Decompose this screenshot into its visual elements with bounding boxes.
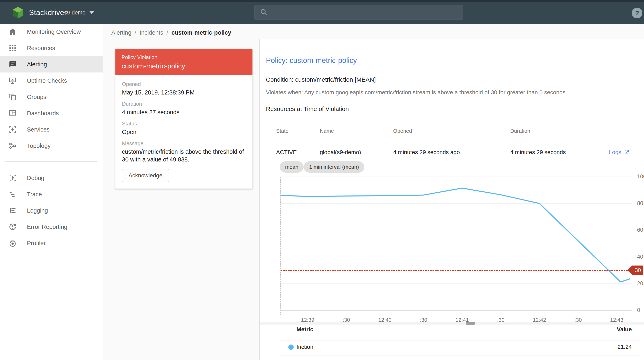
sidebar-item-profiler[interactable]: Profiler xyxy=(0,235,103,251)
search-box xyxy=(254,5,463,19)
policy-panel: Policy: custom-metric-policy Condition: … xyxy=(260,39,644,360)
sidebar-item-alerting[interactable]: Alerting xyxy=(0,56,103,72)
project-switcher[interactable]: s9-demo xyxy=(64,2,94,24)
status-label: Status xyxy=(122,121,246,127)
sidebar-item-label: Uptime Checks xyxy=(27,77,67,84)
incident-policy-name: custom-metric-policy xyxy=(122,62,246,70)
resources-heading: Resources at Time of Violation xyxy=(266,105,349,112)
trace-bars-icon xyxy=(8,190,17,199)
metric-table-divider xyxy=(280,356,640,356)
sidebar-item-resources[interactable]: Resources xyxy=(0,40,103,56)
alert-bubble-icon xyxy=(8,60,17,69)
message-label: Message xyxy=(122,140,246,147)
resource-row-duration: 4 minutes 29 seconds xyxy=(510,149,566,156)
chart-scrollbar-thumb[interactable] xyxy=(466,322,475,325)
breadcrumb-separator: / xyxy=(166,29,168,36)
legend-dot xyxy=(288,345,294,350)
sidebar-item-label: Error Reporting xyxy=(27,224,67,230)
help-button[interactable]: ? xyxy=(632,8,642,18)
sidebar-item-label: Trace xyxy=(27,191,42,198)
sidebar-item-logging[interactable]: Logging xyxy=(0,202,103,219)
logs-link[interactable]: Logs xyxy=(609,149,630,156)
breadcrumb-incidents[interactable]: Incidents xyxy=(140,29,163,36)
apps-grid-icon xyxy=(8,44,17,52)
chip-mean[interactable]: mean xyxy=(280,161,304,173)
uptime-monitor-icon xyxy=(8,76,17,85)
search-icon xyxy=(260,8,268,16)
brand: Stackdriver xyxy=(12,2,67,24)
sidebar-item-label: Dashboards xyxy=(27,110,59,117)
incident-card-header: Policy Violation custom-metric-policy xyxy=(116,49,252,75)
project-name: s9-demo xyxy=(64,9,86,16)
y-axis-label: 0 xyxy=(637,307,644,313)
chip-interval[interactable]: 1 min interval (mean) xyxy=(304,161,364,173)
panel-divider xyxy=(260,72,644,72)
sidebar-item-label: Resources xyxy=(27,45,55,51)
resources-header-name: Name xyxy=(320,128,334,134)
breadcrumb-alerting[interactable]: Alerting xyxy=(111,29,131,36)
sidebar-item-label: Debug xyxy=(27,175,44,181)
sidebar-item-services[interactable]: Services xyxy=(0,121,103,138)
y-axis-label: 60 xyxy=(637,227,644,233)
debug-bolt-icon xyxy=(8,174,17,182)
resources-table-divider xyxy=(268,143,644,143)
error-reporting-icon xyxy=(8,222,17,231)
metric-row-name: friction xyxy=(296,344,313,350)
acknowledge-button[interactable]: Acknowledge xyxy=(122,169,169,182)
content-area: Alerting / Incidents / custom-metric-pol… xyxy=(103,24,644,360)
sidebar-item-trace[interactable]: Trace xyxy=(0,186,103,202)
sidebar-item-debug[interactable]: Debug xyxy=(0,170,103,186)
dashboard-icon xyxy=(8,109,17,118)
metric-line-series xyxy=(280,177,632,310)
services-bolt-icon xyxy=(8,125,17,134)
resource-row-state: ACTIVE xyxy=(276,149,297,156)
threshold-tag-label: 30 xyxy=(632,266,644,275)
search-input[interactable] xyxy=(268,6,463,19)
sidebar-item-uptime-checks[interactable]: Uptime Checks xyxy=(0,72,103,89)
chart-plot[interactable]: 02040608010012:39:3012:40:3012:41:3012:4… xyxy=(280,177,632,310)
opened-label: Opened xyxy=(122,81,246,87)
sidebar-divider xyxy=(5,161,98,162)
policy-title: Policy: custom-metric-policy xyxy=(266,56,357,65)
sidebar-item-label: Logging xyxy=(27,207,48,214)
resources-header-opened: Opened xyxy=(393,128,412,134)
top-strip xyxy=(0,0,644,2)
sidebar: Monitoring Overview Resources Alerting U… xyxy=(0,24,103,360)
external-link-icon xyxy=(624,149,630,155)
logging-list-icon xyxy=(8,206,17,215)
breadcrumb: Alerting / Incidents / custom-metric-pol… xyxy=(111,28,231,37)
incident-card-body: Opened May 15, 2019, 12:38:39 PM Duratio… xyxy=(116,75,252,188)
metric-row-value: 21.24 xyxy=(618,344,632,350)
profiler-stopwatch-icon xyxy=(8,239,17,248)
y-axis-label: 80 xyxy=(637,200,644,206)
sidebar-item-label: Profiler xyxy=(27,240,46,247)
resources-header-duration: Duration xyxy=(510,128,530,134)
sidebar-item-label: Monitoring Overview xyxy=(27,28,81,35)
chevron-down-icon xyxy=(90,11,94,14)
sidebar-item-topology[interactable]: Topology xyxy=(0,138,103,154)
incident-card: Policy Violation custom-metric-policy Op… xyxy=(116,49,252,188)
metric-table-header-metric: Metric xyxy=(296,326,313,333)
resource-row-name: global(s9-demo) xyxy=(320,149,361,156)
stackdriver-logo-icon xyxy=(12,6,24,19)
condition-title: Condition: custom/metric/friction [MEAN] xyxy=(266,76,376,83)
duration-value: 4 minutes 27 seconds xyxy=(122,108,246,116)
sidebar-item-error-reporting[interactable]: Error Reporting xyxy=(0,219,103,235)
message-value: custom/metric/friction is above the thre… xyxy=(122,148,246,163)
stackdriver-app: Stackdriver s9-demo ? Monitoring Overvie… xyxy=(0,0,644,360)
sidebar-item-label: Topology xyxy=(27,143,50,149)
metric-table-divider xyxy=(280,340,640,341)
status-value: Open xyxy=(122,128,246,136)
chart-scrollbar-track[interactable] xyxy=(260,322,644,325)
duration-label: Duration xyxy=(122,101,246,107)
sidebar-item-groups[interactable]: Groups xyxy=(0,89,103,105)
sidebar-item-monitoring-overview[interactable]: Monitoring Overview xyxy=(0,24,103,40)
metric-table-header-value: Value xyxy=(617,326,632,333)
home-icon xyxy=(8,27,17,36)
sidebar-item-dashboards[interactable]: Dashboards xyxy=(0,105,103,121)
y-axis-label: 20 xyxy=(637,280,644,287)
resources-header-state: State xyxy=(276,128,288,134)
breadcrumb-current: custom-metric-policy xyxy=(172,29,231,36)
sidebar-item-label: Alerting xyxy=(27,61,47,68)
top-bar: Stackdriver s9-demo ? xyxy=(0,0,644,24)
